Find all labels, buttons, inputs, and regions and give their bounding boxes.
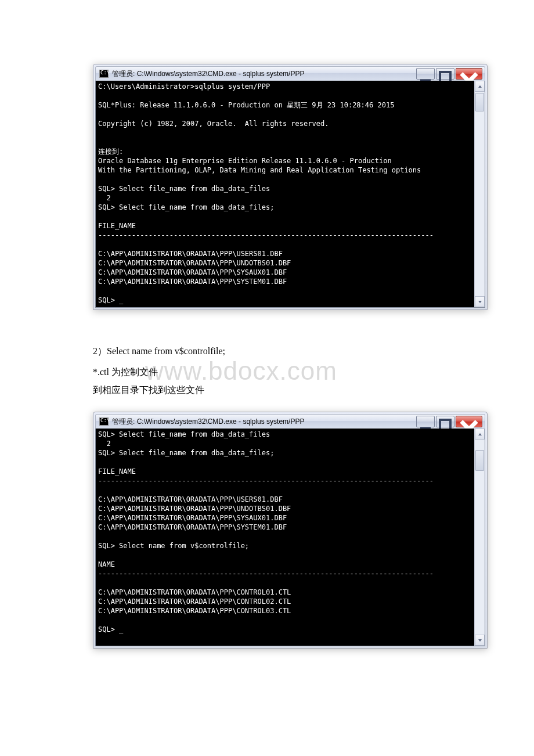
close-button[interactable] xyxy=(456,416,482,427)
terminal-output[interactable]: C:\Users\Administrator>sqlplus system/PP… xyxy=(96,81,485,307)
vertical-scrollbar[interactable] xyxy=(474,429,485,646)
titlebar[interactable]: C:\ 管理员: C:\Windows\system32\CMD.exe - s… xyxy=(95,66,485,81)
scroll-track[interactable] xyxy=(475,440,485,635)
cmd-window-2: C:\ 管理员: C:\Windows\system32\CMD.exe - s… xyxy=(93,412,488,649)
close-button[interactable] xyxy=(456,68,482,80)
scroll-down-button[interactable] xyxy=(475,635,485,646)
minimize-button[interactable] xyxy=(416,416,435,427)
cmd-icon: C:\ xyxy=(99,70,109,78)
scroll-up-button[interactable] xyxy=(475,81,485,92)
titlebar[interactable]: C:\ 管理员: C:\Windows\system32\CMD.exe - s… xyxy=(95,414,485,429)
maximize-button[interactable] xyxy=(436,68,454,80)
minimize-button[interactable] xyxy=(416,68,435,80)
cmd-window-1: C:\ 管理员: C:\Windows\system32\CMD.exe - s… xyxy=(93,64,488,310)
maximize-button[interactable] xyxy=(436,416,454,427)
scroll-thumb[interactable] xyxy=(475,93,484,111)
body-line-2: *.ctl 为控制文件 xyxy=(93,363,488,381)
scroll-down-button[interactable] xyxy=(475,296,485,307)
scroll-track[interactable] xyxy=(475,92,485,296)
scroll-thumb[interactable] xyxy=(475,450,484,471)
window-title: 管理员: C:\Windows\system32\CMD.exe - sqlpl… xyxy=(112,69,416,79)
scroll-up-button[interactable] xyxy=(475,429,485,440)
body-line-3: 到相应目录下找到这些文件 xyxy=(93,381,488,399)
window-title: 管理员: C:\Windows\system32\CMD.exe - sqlpl… xyxy=(112,417,416,427)
document-body-text: www.bdocx.com 2）Select name from v$contr… xyxy=(93,343,488,399)
vertical-scrollbar[interactable] xyxy=(474,81,485,307)
terminal-output[interactable]: SQL> Select file_name from dba_data_file… xyxy=(96,429,485,646)
document-page: C:\ 管理员: C:\Windows\system32\CMD.exe - s… xyxy=(93,64,488,649)
body-line-1: 2）Select name from v$controlfile; xyxy=(93,343,488,360)
cmd-icon: C:\ xyxy=(99,417,109,426)
